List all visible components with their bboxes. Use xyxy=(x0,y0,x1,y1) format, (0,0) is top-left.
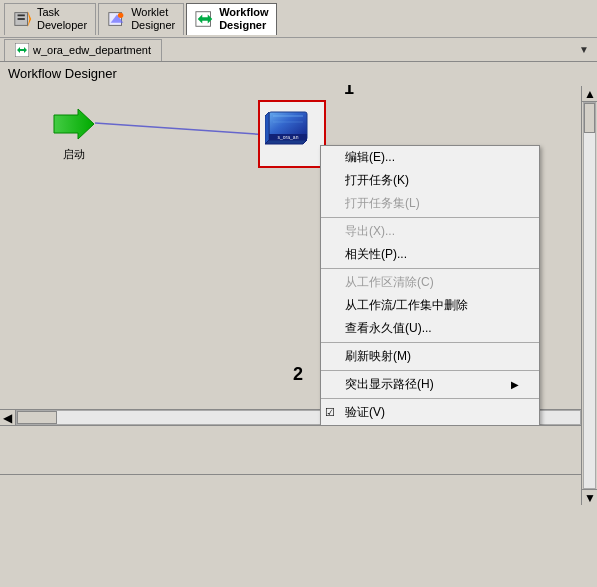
scroll-left-button[interactable]: ◀ xyxy=(0,410,16,425)
menu-item-relevance[interactable]: 相关性(P)... xyxy=(321,243,539,266)
menu-item-view-persistent[interactable]: 查看永久值(U)... xyxy=(321,317,539,340)
separator-1 xyxy=(321,217,539,218)
doc-tab-arrow[interactable]: ▼ xyxy=(579,44,593,55)
scroll-thumb[interactable] xyxy=(17,411,57,424)
task-developer-icon xyxy=(13,9,33,29)
menu-item-open-taskset[interactable]: 打开任务集(L) xyxy=(321,192,539,215)
scroll-down-button[interactable]: ▼ xyxy=(582,489,597,505)
bottom-area: ▲ ▼ xyxy=(0,425,597,505)
task-developer-label: Task Developer xyxy=(37,6,87,32)
menu-item-export[interactable]: 导出(X)... xyxy=(321,220,539,243)
session-box: s_ora_an xyxy=(258,100,326,168)
doc-tabbar: w_ora_edw_department ▼ xyxy=(0,38,597,62)
badge-1: 1 xyxy=(344,85,354,99)
open-task-label: 打开任务(K) xyxy=(345,172,409,189)
doc-tab-label: w_ora_edw_department xyxy=(33,44,151,56)
separator-2 xyxy=(321,268,539,269)
worklet-designer-icon xyxy=(107,9,127,29)
menu-item-validate[interactable]: ☑ 验证(V) xyxy=(321,401,539,424)
svg-marker-11 xyxy=(265,112,269,144)
edit-label: 编辑(E)... xyxy=(345,149,395,166)
scroll-vertical-track xyxy=(583,102,596,489)
toolbar: Task Developer Worklet Designer Workflow… xyxy=(0,0,597,38)
highlight-path-label: 突出显示路径(H) xyxy=(345,376,434,393)
menu-item-edit[interactable]: 编辑(E)... xyxy=(321,146,539,169)
canvas-area: 启动 xyxy=(0,85,597,425)
relevance-label: 相关性(P)... xyxy=(345,246,407,263)
separator-4 xyxy=(321,370,539,371)
tab-workflow-designer[interactable]: Workflow Designer xyxy=(186,3,277,35)
tab-worklet-designer[interactable]: Worklet Designer xyxy=(98,3,184,35)
tab-task-developer[interactable]: Task Developer xyxy=(4,3,96,35)
svg-rect-1 xyxy=(18,14,25,16)
start-arrow-icon xyxy=(50,105,98,143)
separator-5 xyxy=(321,398,539,399)
clear-workspace-label: 从工作区清除(C) xyxy=(345,274,434,291)
open-taskset-label: 打开任务集(L) xyxy=(345,195,420,212)
svg-point-5 xyxy=(118,13,123,18)
svg-marker-12 xyxy=(265,140,307,144)
svg-rect-2 xyxy=(18,18,25,20)
menu-item-highlight-path[interactable]: 突出显示路径(H) ▶ xyxy=(321,373,539,396)
delete-from-workflow-label: 从工作流/工作集中删除 xyxy=(345,297,468,314)
worklet-designer-label: Worklet Designer xyxy=(131,6,175,32)
menu-item-delete-from-workflow[interactable]: 从工作流/工作集中删除 xyxy=(321,294,539,317)
session-node[interactable]: s_ora_an 1 xyxy=(258,100,326,168)
refresh-mapping-label: 刷新映射(M) xyxy=(345,348,411,365)
start-node: 启动 xyxy=(50,105,98,162)
start-node-label: 启动 xyxy=(63,147,85,162)
context-menu: 2 编辑(E)... 打开任务(K) 打开任务集(L) 导出(X)... 相关性… xyxy=(320,145,540,425)
separator-3 xyxy=(321,342,539,343)
doc-tab-icon xyxy=(15,43,29,57)
menu-item-refresh-mapping[interactable]: 刷新映射(M) xyxy=(321,345,539,368)
scroll-vertical-thumb[interactable] xyxy=(584,103,595,133)
session-icon: s_ora_an xyxy=(265,106,321,154)
workflow-designer-label: Workflow Designer xyxy=(219,6,268,32)
workflow-designer-icon xyxy=(195,9,215,29)
bottom-line xyxy=(0,474,597,475)
scroll-up-button[interactable]: ▲ xyxy=(582,86,597,102)
menu-item-clear-workspace[interactable]: 从工作区清除(C) xyxy=(321,271,539,294)
export-label: 导出(X)... xyxy=(345,223,395,240)
badge-2: 2 xyxy=(293,364,303,385)
svg-line-8 xyxy=(95,123,270,135)
validate-label: 验证(V) xyxy=(345,404,385,421)
submenu-arrow-highlight: ▶ xyxy=(511,379,519,390)
menu-item-open-task[interactable]: 打开任务(K) xyxy=(321,169,539,192)
scrollbar-vertical[interactable]: ▲ ▼ xyxy=(581,86,597,505)
view-persistent-label: 查看永久值(U)... xyxy=(345,320,432,337)
section-title: Workflow Designer xyxy=(0,62,597,85)
doc-tab-workflow[interactable]: w_ora_edw_department xyxy=(4,39,162,61)
validate-icon: ☑ xyxy=(325,406,335,419)
svg-text:s_ora_an: s_ora_an xyxy=(278,134,299,140)
